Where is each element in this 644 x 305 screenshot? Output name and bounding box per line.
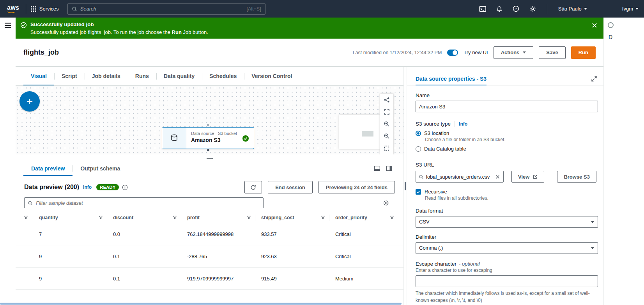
dock-bottom-button[interactable] (374, 165, 380, 172)
horizontal-scrollbar[interactable] (0, 303, 402, 305)
status-badge: READY (96, 184, 119, 190)
try-new-ui-toggle[interactable] (447, 50, 458, 56)
tab-job-details[interactable]: Job details (85, 67, 128, 85)
node-type-label: Data source - S3 bucket (191, 131, 237, 136)
source-type-info-link[interactable]: Info (459, 121, 467, 127)
region-selector[interactable]: São Paulo (558, 6, 587, 12)
visual-canvas[interactable]: + Data source - S3 bucket Amazon S3 (16, 86, 403, 154)
cell-profit: 762.1844999999998 (181, 223, 255, 245)
table-row: 9 0.1 919.9709999999997 915.49 Medium (16, 268, 403, 290)
column-label: shipping_cost (261, 215, 294, 220)
filter-funnel-icon[interactable] (21, 215, 28, 220)
share-icon (384, 97, 390, 103)
flash-message-bold: Run (172, 29, 182, 35)
dock-bottom-icon (374, 167, 380, 173)
radio-label: S3 location (424, 130, 449, 136)
table-header-profit: profit (181, 212, 255, 223)
view-button[interactable]: View (511, 171, 544, 183)
s3-url-label: S3 URL (416, 162, 598, 168)
cell-order-priority: Critical (329, 245, 403, 267)
zoom-out-button[interactable] (380, 130, 393, 142)
s3-url-input[interactable] (426, 174, 492, 180)
info-circle-icon[interactable] (122, 184, 128, 190)
account-menu[interactable]: fvgm (622, 6, 639, 12)
zoom-in-button[interactable] (380, 118, 393, 130)
chevron-down-icon (523, 51, 526, 53)
delimiter-select[interactable]: Comma (,) (416, 242, 598, 254)
recursive-checkbox[interactable]: Recursive (416, 189, 598, 195)
layout-graph-button[interactable] (380, 94, 393, 106)
nav-search-placeholder: Search (80, 6, 96, 12)
label-divider (455, 121, 455, 127)
tab-schedules[interactable]: Schedules (202, 67, 244, 85)
escape-character-input[interactable] (416, 275, 598, 287)
clear-input-button[interactable] (495, 174, 501, 180)
panel-body: Name S3 source type Info S3 location Cho… (407, 85, 603, 305)
search-icon (419, 174, 424, 179)
filter-funnel-icon[interactable] (244, 215, 251, 220)
actions-button[interactable]: Actions (494, 46, 534, 59)
zoom-in-icon (384, 121, 390, 127)
tab-data-quality[interactable]: Data quality (156, 67, 202, 85)
nav-search-input[interactable]: Search [Alt+S] (67, 3, 265, 15)
filter-funnel-icon[interactable] (96, 215, 103, 220)
services-menu[interactable]: Services (31, 6, 59, 12)
job-header: flights_job Last modified on 1/12/2024, … (16, 39, 603, 67)
name-label: Name (416, 92, 598, 98)
chevron-down-icon (591, 247, 594, 249)
name-input[interactable] (416, 101, 598, 112)
nav-divider (547, 4, 547, 14)
check-circle-icon (20, 22, 27, 30)
data-format-select[interactable]: CSV (416, 216, 598, 228)
aws-logo[interactable]: aws (5, 4, 21, 14)
filter-funnel-icon[interactable] (170, 215, 177, 220)
recursive-label: Recursive (425, 189, 447, 195)
preview-info-link[interactable]: Info (83, 184, 92, 190)
bell-icon (496, 6, 502, 12)
tab-visual[interactable]: Visual (23, 67, 54, 85)
end-session-button[interactable]: End session (268, 181, 313, 193)
cell-quantity: 7 (33, 223, 107, 245)
save-button[interactable]: Save (539, 46, 565, 59)
table-preferences-button[interactable] (383, 200, 389, 206)
canvas-minimap[interactable] (339, 115, 380, 149)
settings-button[interactable] (529, 5, 536, 12)
fit-view-button[interactable] (380, 106, 393, 118)
run-button[interactable]: Run (571, 46, 596, 59)
data-preview-count: (200) (65, 184, 79, 191)
browse-s3-button[interactable]: Browse S3 (557, 171, 596, 183)
s3-source-type-label: S3 source type (416, 121, 451, 127)
table-header-order-priority: order_priority (329, 212, 403, 223)
tab-data-source-properties[interactable]: Data source properties - S3 (416, 73, 487, 85)
tab-data-preview[interactable]: Data preview (23, 161, 73, 176)
tab-output-schema[interactable]: Output schema (73, 161, 128, 176)
table-row: 9 0.1 -288.765 923.63 Critical (16, 245, 403, 268)
help-button[interactable]: ? (513, 5, 519, 12)
region-label: São Paulo (558, 6, 582, 12)
aws-smile-icon (7, 11, 15, 13)
panel-resize-divider[interactable] (403, 67, 407, 305)
tab-runs[interactable]: Runs (128, 67, 156, 85)
panel-header: Data source properties - S3 (407, 70, 603, 85)
previewing-fields-button[interactable]: Previewing 24 of 24 fields (318, 181, 395, 193)
table-header-index (16, 212, 33, 223)
flash-close-button[interactable] (592, 23, 597, 29)
radio-data-catalog[interactable]: Data Catalog table (416, 146, 598, 152)
refresh-button[interactable] (244, 181, 262, 193)
canvas-resize-handle[interactable] (16, 154, 403, 161)
filter-funnel-icon[interactable] (318, 215, 325, 220)
cloudshell-button[interactable] (479, 6, 486, 12)
expand-panel-button[interactable] (591, 76, 597, 82)
dock-right-button[interactable] (386, 165, 393, 172)
select-box-button[interactable] (380, 142, 393, 154)
filter-funnel-icon[interactable] (387, 215, 394, 220)
tab-version-control[interactable]: Version Control (244, 67, 299, 85)
filter-sample-dataset-input[interactable] (36, 200, 260, 206)
notifications-button[interactable] (496, 6, 502, 12)
radio-s3-location[interactable]: S3 location (416, 130, 598, 136)
s3-source-node[interactable]: Data source - S3 bucket Amazon S3 (162, 127, 254, 149)
add-node-button[interactable]: + (19, 91, 40, 112)
hamburger-menu-button[interactable] (3, 21, 13, 31)
tab-script[interactable]: Script (54, 67, 85, 85)
data-format-label: Data format (416, 208, 598, 214)
